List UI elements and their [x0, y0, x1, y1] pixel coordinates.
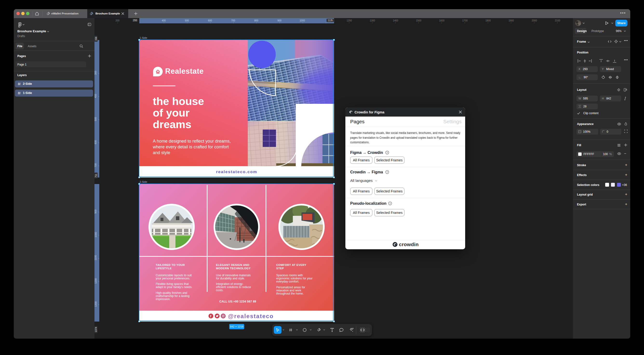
- svg-text:?: ?: [390, 202, 391, 205]
- svg-text:?: ?: [386, 171, 388, 173]
- svg-text:?: ?: [386, 151, 388, 154]
